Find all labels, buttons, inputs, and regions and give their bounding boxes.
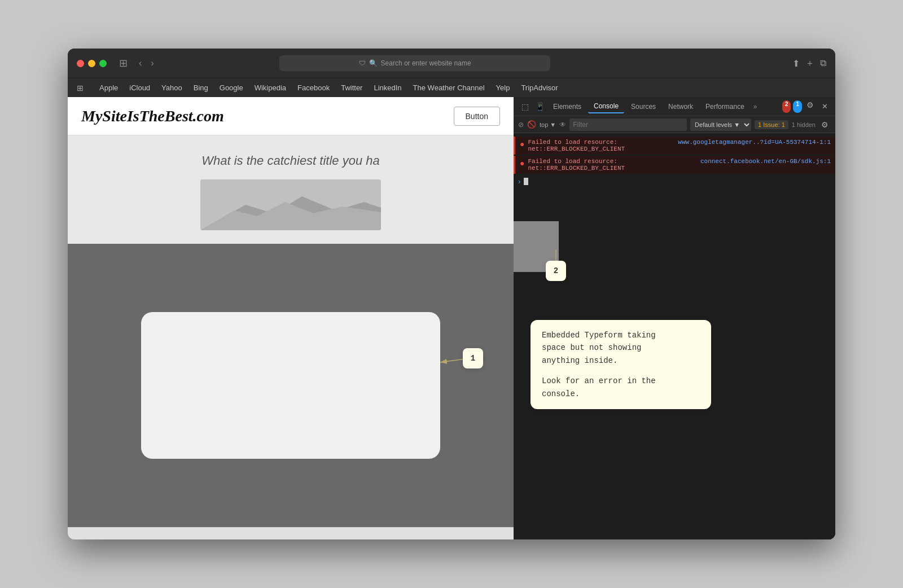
bookmark-facebook[interactable]: Facebook: [297, 84, 330, 92]
eye-icon[interactable]: 👁: [559, 121, 566, 129]
error-dot-2: ●: [520, 159, 524, 168]
site-button[interactable]: Button: [454, 107, 500, 126]
bookmark-twitter[interactable]: Twitter: [341, 84, 362, 92]
bookmark-weather[interactable]: The Weather Channel: [413, 84, 485, 92]
address-bar[interactable]: 🛡 🔍 Search or enter website name: [279, 55, 550, 71]
default-levels-select[interactable]: Default levels ▼: [690, 119, 751, 131]
browser-content: MySiteIsTheBest.com Button What is the c…: [68, 97, 835, 539]
context-selector[interactable]: top ▼: [540, 121, 556, 128]
mac-window: ⊞ ‹ › 🛡 🔍 Search or enter website name ⬆…: [68, 49, 835, 539]
bookmarks-bar: ⊞ Apple iCloud Yahoo Bing Google Wikiped…: [68, 78, 835, 97]
inspect-element-icon[interactable]: ⬚: [518, 100, 532, 113]
device-mode-icon[interactable]: 📱: [533, 100, 546, 113]
devtools-close-button[interactable]: ✕: [818, 100, 831, 113]
bookmark-wikipedia[interactable]: Wikipedia: [255, 84, 286, 92]
bookmark-linkedin[interactable]: LinkedIn: [374, 84, 401, 92]
error-text-1: Failed to load resource: net::ERR_BLOCKE…: [528, 139, 674, 152]
minimize-button[interactable]: [88, 60, 95, 67]
no-entry-icon[interactable]: ⊘: [518, 121, 524, 129]
maximize-button[interactable]: [99, 60, 107, 67]
bookmark-apple[interactable]: Apple: [99, 84, 118, 92]
share-icon[interactable]: ⬆: [792, 58, 800, 69]
console-filter-input[interactable]: [569, 119, 687, 131]
tab-console[interactable]: Console: [588, 100, 624, 113]
site-hero-image: [200, 179, 381, 230]
error-dot-1: ●: [520, 139, 524, 148]
filter-clear-icon[interactable]: 🚫: [527, 120, 536, 129]
prompt-arrow: ›: [518, 177, 520, 186]
grid-icon[interactable]: ⊞: [77, 84, 84, 93]
new-tab-icon[interactable]: ＋: [805, 58, 814, 69]
hidden-count: 1 hidden: [792, 121, 816, 128]
bookmark-tripadvisor[interactable]: TripAdvisor: [521, 84, 558, 92]
error-link-1[interactable]: www.googletagmanager..?id=UA-55374714-1:…: [678, 139, 831, 146]
site-footer-bar: [68, 527, 514, 539]
bookmark-yahoo[interactable]: Yahoo: [161, 84, 182, 92]
site-dark-section: [68, 244, 514, 527]
tab-performance[interactable]: Performance: [700, 100, 750, 113]
devtools-settings-icon[interactable]: ⚙: [804, 100, 816, 113]
console-body[interactable]: ● Failed to load resource: net::ERR_BLOC…: [514, 133, 835, 539]
site-hero: What is the catchiest title you ha: [68, 135, 514, 244]
console-settings-icon[interactable]: ⚙: [819, 120, 831, 129]
back-button[interactable]: ‹: [139, 58, 142, 68]
toolbar-right: ⬆ ＋ ⧉: [792, 58, 826, 69]
site-hero-title: What is the catchiest title you ha: [201, 153, 380, 168]
error-badge: 2: [782, 100, 791, 113]
error-link-2[interactable]: connect.facebook.net/en-GB/sdk.js:1: [700, 158, 831, 165]
console-error-row-1[interactable]: ● Failed to load resource: net::ERR_BLOC…: [514, 137, 835, 155]
tab-elements[interactable]: Elements: [547, 100, 587, 113]
address-text: Search or enter website name: [381, 59, 471, 67]
traffic-lights: [77, 60, 107, 67]
sidebar-toggle-icon[interactable]: ⊞: [119, 57, 128, 69]
bookmark-bing[interactable]: Bing: [194, 84, 208, 92]
search-icon: 🔍: [369, 59, 378, 67]
tab-network[interactable]: Network: [663, 100, 699, 113]
website-panel: MySiteIsTheBest.com Button What is the c…: [68, 97, 514, 539]
tabs-icon[interactable]: ⧉: [820, 58, 826, 68]
issue-badge[interactable]: 1 Issue: 1: [755, 120, 788, 129]
devtools-close-area: 2 1 ⚙ ✕: [782, 100, 831, 113]
bookmark-icloud[interactable]: iCloud: [129, 84, 150, 92]
typeform-embed: [141, 312, 440, 459]
bookmark-google[interactable]: Google: [220, 84, 243, 92]
console-prompt-row[interactable]: ›: [514, 175, 835, 188]
console-filter-bar: ⊘ 🚫 top ▼ 👁 Default levels ▼ 1 Issue: 1 …: [514, 116, 835, 133]
warn-badge: 1: [793, 100, 802, 113]
error-text-2: Failed to load resource: net::ERR_BLOCKE…: [528, 158, 696, 172]
close-button[interactable]: [77, 60, 84, 67]
tab-sources[interactable]: Sources: [625, 100, 661, 113]
title-bar: ⊞ ‹ › 🛡 🔍 Search or enter website name ⬆…: [68, 49, 835, 78]
more-tabs-icon[interactable]: »: [751, 103, 760, 111]
bookmark-yelp[interactable]: Yelp: [496, 84, 510, 92]
site-logo: MySiteIsTheBest.com: [81, 107, 224, 125]
console-error-row-2[interactable]: ● Failed to load resource: net::ERR_BLOC…: [514, 156, 835, 174]
shield-icon: 🛡: [359, 59, 366, 67]
site-header: MySiteIsTheBest.com Button: [68, 97, 514, 135]
forward-button[interactable]: ›: [151, 58, 154, 68]
devtools-panel: ⬚ 📱 Elements Console Sources Network Per…: [514, 97, 835, 539]
console-cursor: [524, 178, 528, 185]
devtools-toolbar: ⬚ 📱 Elements Console Sources Network Per…: [514, 97, 835, 116]
